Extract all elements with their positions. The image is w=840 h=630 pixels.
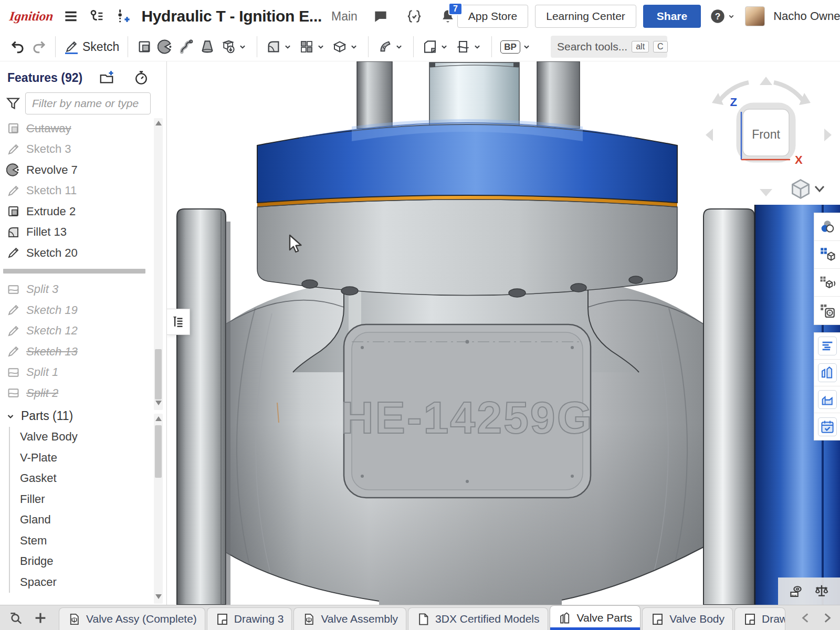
features-scrollbar[interactable] [154, 118, 163, 410]
tabs-scroll-left-button[interactable] [799, 611, 813, 625]
tabs-scroll-right-button[interactable] [820, 611, 834, 625]
tool-bp-button[interactable]: BP [498, 39, 535, 55]
doc-tab-valve-parts[interactable]: Valve Parts [550, 605, 641, 630]
search-tabs-button[interactable] [4, 606, 28, 630]
doc-tab-valve-body[interactable]: Valve Body [642, 607, 733, 630]
parts-scrollbar[interactable] [154, 414, 163, 604]
tool-loft-button[interactable] [197, 37, 218, 56]
pan-left-arrow[interactable] [706, 129, 713, 141]
feature-statistics-button[interactable] [132, 68, 151, 87]
feature-item-fillet-13[interactable]: Fillet 13 [0, 222, 149, 243]
scroll-up-arrow[interactable] [155, 416, 162, 421]
custom-features-button[interactable] [405, 7, 424, 26]
tool-plane-button[interactable] [419, 37, 453, 56]
feature-item-split-2[interactable]: Split 2 [0, 383, 149, 404]
view-options-button[interactable] [792, 180, 824, 198]
tilt-down-arrow[interactable] [760, 189, 772, 196]
measure-button[interactable] [788, 583, 805, 600]
doc-tab-valve-assy-complete[interactable]: Valve Assy (Complete) [59, 607, 205, 630]
create-version-button[interactable] [113, 6, 133, 26]
help-icon [709, 8, 726, 25]
scroll-up-arrow[interactable] [155, 121, 162, 125]
workspace-branch[interactable]: Main [331, 9, 358, 24]
feature-item-extrude-2[interactable]: Extrude 2 [0, 201, 149, 222]
tool-sweep-button[interactable] [176, 37, 197, 56]
tool-draft-button[interactable] [374, 37, 407, 56]
doc-tab-draw[interactable]: Draw [734, 607, 785, 630]
add-tab-button[interactable] [28, 606, 52, 630]
viewport-3d[interactable]: HE-14259G Front Z X [167, 61, 840, 605]
user-menu-button[interactable]: Nacho Owner [772, 8, 840, 25]
extrude-icon [6, 121, 20, 135]
user-avatar[interactable] [745, 6, 765, 26]
bp-icon: BP [500, 40, 520, 54]
displaycube-button[interactable] [814, 241, 840, 269]
panel-toggle-button[interactable] [167, 309, 190, 335]
share-button[interactable]: Share [643, 5, 701, 28]
tool-splitpart-button[interactable] [453, 37, 486, 56]
chevron-down-icon [4, 410, 17, 423]
tool-revolve-button[interactable] [155, 37, 176, 56]
comments-button[interactable] [371, 7, 390, 26]
sketch-button[interactable]: Sketch [61, 38, 122, 56]
part-item-v-plate[interactable]: V-Plate [10, 447, 149, 468]
calendar-button[interactable] [814, 413, 840, 440]
tool-extrude-button[interactable] [134, 37, 155, 56]
filter-input[interactable] [25, 92, 151, 114]
viewcam-button[interactable] [814, 297, 840, 324]
part-item-bridge[interactable]: Bridge [10, 551, 149, 572]
x-axis-label: X [795, 153, 803, 166]
parts-section-header[interactable]: Parts (11) [0, 406, 149, 427]
versions-history-button[interactable] [87, 6, 107, 26]
feature-item-sketch-19[interactable]: Sketch 19 [0, 300, 149, 321]
feature-item-split-3[interactable]: Split 3 [0, 279, 149, 300]
feature-item-sketch-11[interactable]: Sketch 11 [0, 181, 149, 202]
help-button[interactable] [708, 6, 738, 26]
chevron-down-icon [521, 41, 532, 52]
doc-tab-valve-assembly[interactable]: Valve Assembly [293, 607, 406, 630]
appearance-button[interactable] [814, 213, 840, 241]
feature-item-sketch-12[interactable]: Sketch 12 [0, 321, 149, 342]
part-item-stem[interactable]: Stem [10, 530, 149, 551]
mass-properties-button[interactable] [813, 583, 830, 600]
main-menu-button[interactable] [61, 7, 80, 26]
part-item-spacer[interactable]: Spacer [10, 572, 149, 593]
tool-thicken-button[interactable] [218, 37, 251, 56]
rollback-bar[interactable] [0, 264, 149, 279]
scrollbar-thumb[interactable] [155, 425, 162, 478]
feature-item-revolve-7[interactable]: Revolve 7 [0, 160, 149, 181]
doc-tab-3dx-certified-models[interactable]: 3DX Certified Models [408, 607, 548, 630]
feature-item-sketch-13[interactable]: Sketch 13 [0, 341, 149, 362]
doc-tab-drawing-3[interactable]: Drawing 3 [207, 607, 292, 630]
tool-pattern-button[interactable] [296, 37, 329, 56]
part-item-filler[interactable]: Filler [10, 489, 149, 510]
scrollbar-thumb[interactable] [155, 349, 162, 400]
undo-button[interactable] [7, 37, 28, 56]
namedviews-button[interactable] [814, 269, 840, 297]
scroll-down-arrow[interactable] [155, 401, 162, 405]
partsblue-button[interactable] [814, 360, 840, 386]
bomlist-button[interactable] [814, 333, 840, 360]
app-store-button[interactable]: App Store [457, 5, 528, 28]
scroll-down-arrow[interactable] [155, 594, 162, 599]
redo-button[interactable] [28, 37, 49, 56]
feature-item-sketch-3[interactable]: Sketch 3 [0, 139, 149, 160]
search-tools-button[interactable]: Search tools... alt C [551, 36, 667, 58]
feature-item-cutaway[interactable]: Cutaway [0, 118, 149, 139]
lpart-button[interactable] [814, 386, 840, 413]
part-item-valve-body[interactable]: Valve Body [10, 427, 149, 448]
new-folder-button[interactable] [97, 68, 116, 87]
valve-stud-left [357, 61, 392, 129]
tilt-up-arrow[interactable] [760, 77, 772, 85]
feature-item-split-1[interactable]: Split 1 [0, 362, 149, 383]
tool-shell-button[interactable] [329, 37, 362, 56]
part-item-gasket[interactable]: Gasket [10, 468, 149, 489]
part-item-gland[interactable]: Gland [10, 510, 149, 531]
pan-right-arrow[interactable] [824, 129, 832, 141]
braces-check-icon [406, 8, 422, 24]
learning-center-button[interactable]: Learning Center [535, 5, 636, 28]
tool-fillet-button[interactable] [263, 37, 296, 56]
notifications-button[interactable]: 7 [438, 7, 457, 26]
view-cube[interactable]: Front Z X [682, 74, 840, 215]
feature-item-sketch-20[interactable]: Sketch 20 [0, 243, 149, 264]
